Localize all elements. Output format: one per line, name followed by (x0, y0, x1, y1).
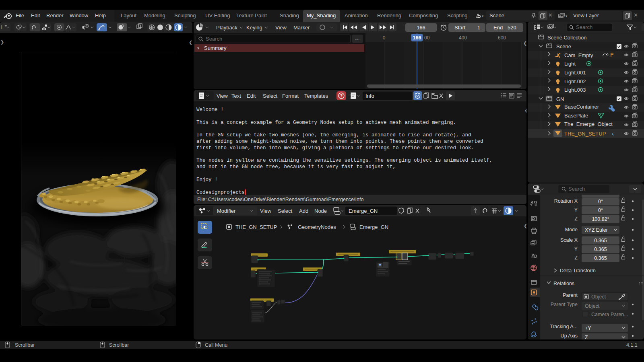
svg-text:600: 600 (498, 35, 506, 41)
svg-text:0.365: 0.365 (594, 247, 607, 252)
svg-text:Add: Add (299, 208, 308, 214)
svg-text:Edit: Edit (247, 93, 256, 99)
svg-text:Scrollbar: Scrollbar (15, 342, 35, 348)
svg-text:GN: GN (556, 96, 564, 102)
svg-text:XYZ Euler: XYZ Euler (585, 227, 608, 233)
svg-text:Rotation X: Rotation X (554, 198, 578, 204)
svg-text:Scene Collection: Scene Collection (547, 35, 587, 41)
svg-text:Search: Search (576, 24, 592, 30)
svg-text:520: 520 (508, 25, 516, 31)
svg-text:Select: Select (263, 93, 278, 99)
svg-text:0°: 0° (598, 199, 603, 204)
svg-text:Modifier: Modifier (217, 208, 236, 214)
svg-text:Cam_Empty: Cam_Empty (564, 52, 593, 58)
svg-text:Format: Format (282, 93, 299, 99)
svg-text:View: View (275, 25, 287, 31)
svg-text:Mode: Mode (565, 227, 578, 232)
svg-text:Light: Light (564, 61, 576, 67)
svg-text:00: 00 (424, 35, 430, 41)
svg-text:Templates: Templates (304, 93, 328, 99)
svg-text:Scrollbar: Scrollbar (109, 342, 129, 348)
svg-text:0.365: 0.365 (594, 255, 607, 261)
svg-text:4.1.1: 4.1.1 (626, 342, 638, 348)
svg-text:Z: Z (585, 335, 588, 340)
svg-text:Z: Z (574, 255, 578, 261)
svg-text:100.82°: 100.82° (592, 216, 609, 222)
svg-text:Call Menu: Call Menu (205, 342, 227, 348)
svg-text:End: End (493, 25, 503, 31)
svg-text:l: l (1, 25, 2, 30)
svg-text:Tracking A...: Tracking A... (550, 324, 578, 329)
svg-text:+Y: +Y (585, 325, 591, 331)
svg-text:BasePlate: BasePlate (564, 113, 588, 119)
svg-text:400: 400 (459, 35, 467, 41)
svg-text:166: 166 (413, 35, 421, 41)
svg-text:The_Emerge_Object: The_Emerge_Object (564, 121, 613, 127)
svg-text:Scale X: Scale X (560, 237, 578, 243)
svg-text:0: 0 (383, 35, 386, 41)
svg-text:Select: Select (278, 208, 293, 214)
svg-text:Object: Object (591, 294, 606, 300)
svg-text:Camera Paren...: Camera Paren... (591, 312, 628, 317)
svg-text:1: 1 (477, 25, 480, 31)
svg-text:Keying: Keying (246, 25, 262, 31)
svg-text:Emerge_GN: Emerge_GN (349, 208, 378, 214)
svg-text:0°: 0° (598, 208, 603, 213)
svg-text:Parent Type: Parent Type (551, 302, 578, 307)
svg-text:BaseContainer: BaseContainer (564, 104, 599, 110)
svg-text:Light.001: Light.001 (564, 70, 586, 76)
svg-text:166: 166 (417, 25, 425, 31)
svg-text:Marker: Marker (293, 25, 310, 31)
svg-text:Scene: Scene (556, 43, 571, 49)
svg-text:Y: Y (574, 246, 578, 252)
svg-text:Start: Start (454, 25, 466, 31)
svg-text:Text: Text (231, 93, 241, 99)
svg-text:Light.003: Light.003 (564, 87, 586, 93)
svg-text:Z: Z (574, 216, 578, 222)
svg-text:?: ? (340, 93, 343, 98)
svg-text:View: View (217, 93, 228, 99)
svg-text:THE_GN_SETUP: THE_GN_SETUP (564, 131, 606, 137)
svg-text:Search: Search (568, 186, 585, 192)
svg-text:Relations: Relations (553, 281, 574, 286)
svg-text:Node: Node (314, 208, 327, 214)
svg-text:Delta Transform: Delta Transform (560, 268, 596, 274)
svg-text:Info: Info (365, 93, 374, 99)
svg-text:Light.002: Light.002 (564, 78, 586, 84)
svg-text:View: View (260, 208, 272, 214)
svg-text:0.365: 0.365 (594, 238, 607, 243)
svg-text:Parent: Parent (563, 292, 578, 298)
svg-text:Y: Y (574, 207, 578, 213)
svg-text:Object: Object (585, 303, 600, 309)
svg-text:Up Axis: Up Axis (561, 333, 578, 339)
svg-text:Playback: Playback (216, 25, 237, 31)
